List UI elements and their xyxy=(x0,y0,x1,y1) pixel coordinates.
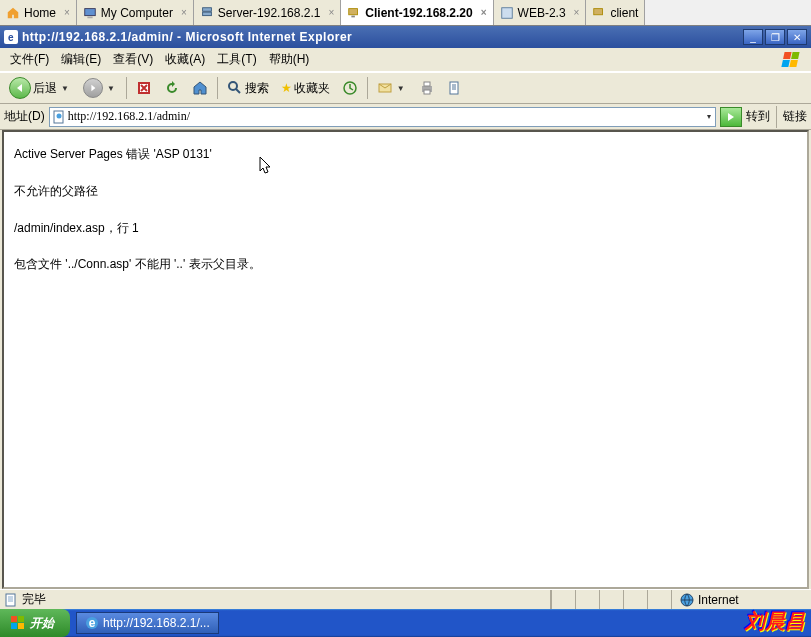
back-button[interactable]: 后退 ▼ xyxy=(4,76,76,100)
separator xyxy=(217,77,218,99)
menu-file[interactable]: 文件(F) xyxy=(4,49,55,70)
svg-rect-27 xyxy=(18,623,24,629)
ws-tab-label: My Computer xyxy=(101,6,173,20)
window-titlebar: e http://192.168.2.1/admin/ - Microsoft … xyxy=(0,26,811,48)
ws-tab-label: WEB-2.3 xyxy=(518,6,566,20)
close-icon[interactable]: × xyxy=(574,7,580,18)
ws-tab-client[interactable]: Client-192.168.2.20 × xyxy=(341,0,493,25)
ws-tab-label: Server-192.168.2.1 xyxy=(218,6,321,20)
svg-point-13 xyxy=(229,82,237,90)
ws-tab-label: Home xyxy=(24,6,56,20)
close-icon[interactable]: × xyxy=(328,7,334,18)
svg-rect-11 xyxy=(789,60,797,67)
svg-rect-0 xyxy=(85,8,96,15)
stop-button[interactable] xyxy=(131,76,157,100)
menu-tools[interactable]: 工具(T) xyxy=(211,49,262,70)
forward-button[interactable]: ▼ xyxy=(78,76,122,100)
search-icon xyxy=(227,80,243,96)
page-content: Active Server Pages 错误 'ASP 0131' 不允许的父路… xyxy=(2,130,809,589)
search-button[interactable]: 搜索 xyxy=(222,76,274,100)
separator xyxy=(126,77,127,99)
back-icon xyxy=(9,77,31,99)
client-icon xyxy=(347,6,361,20)
ws-tab-server[interactable]: Server-192.168.2.1 × xyxy=(194,0,342,25)
home-button[interactable] xyxy=(187,76,213,100)
status-cell xyxy=(647,590,671,609)
chevron-down-icon[interactable]: ▼ xyxy=(105,84,117,93)
chevron-down-icon[interactable]: ▼ xyxy=(59,84,71,93)
ie-icon: e xyxy=(85,616,99,630)
edit-button[interactable] xyxy=(442,76,468,100)
svg-point-21 xyxy=(56,113,61,118)
go-label: 转到 xyxy=(746,108,770,125)
svg-rect-10 xyxy=(781,60,789,67)
history-button[interactable] xyxy=(337,76,363,100)
favorites-button[interactable]: ★ 收藏夹 xyxy=(276,76,335,100)
address-input[interactable] xyxy=(68,109,705,125)
svg-rect-26 xyxy=(11,623,17,629)
svg-rect-2 xyxy=(202,7,211,11)
start-button[interactable]: 开始 xyxy=(0,609,70,637)
svg-rect-4 xyxy=(349,8,358,14)
svg-rect-6 xyxy=(501,7,512,18)
svg-rect-18 xyxy=(424,90,430,94)
close-icon[interactable]: × xyxy=(64,7,70,18)
statusbar: 完毕 Internet xyxy=(0,589,811,609)
taskbar-item[interactable]: e http://192.168.2.1/... xyxy=(76,612,219,634)
ws-tab-label: client xyxy=(610,6,638,20)
address-input-wrap[interactable]: ▾ xyxy=(49,107,716,127)
svg-rect-8 xyxy=(783,52,791,59)
client-icon xyxy=(592,6,606,20)
error-title: Active Server Pages 错误 'ASP 0131' xyxy=(14,146,797,163)
menu-favorites[interactable]: 收藏(A) xyxy=(159,49,211,70)
svg-rect-9 xyxy=(791,52,799,59)
status-cell xyxy=(623,590,647,609)
page-icon xyxy=(4,593,18,607)
server-icon xyxy=(200,6,214,20)
close-icon[interactable]: × xyxy=(481,7,487,18)
menu-help[interactable]: 帮助(H) xyxy=(263,49,316,70)
mail-button[interactable]: ▼ xyxy=(372,76,412,100)
refresh-button[interactable] xyxy=(159,76,185,100)
chevron-down-icon[interactable]: ▾ xyxy=(705,112,713,121)
ws-tab-home[interactable]: Home × xyxy=(0,0,77,25)
close-button[interactable]: ✕ xyxy=(787,29,807,45)
ws-tab-client2[interactable]: client xyxy=(586,0,645,25)
menu-edit[interactable]: 编辑(E) xyxy=(55,49,107,70)
computer-icon xyxy=(83,6,97,20)
menu-view[interactable]: 查看(V) xyxy=(107,49,159,70)
window-title: http://192.168.2.1/admin/ - Microsoft In… xyxy=(22,30,352,44)
links-label[interactable]: 链接 xyxy=(783,108,807,125)
print-button[interactable] xyxy=(414,76,440,100)
go-button[interactable] xyxy=(720,107,742,127)
status-text: 完毕 xyxy=(22,591,46,608)
maximize-button[interactable]: ❐ xyxy=(765,29,785,45)
error-detail: 包含文件 '../Conn.asp' 不能用 '..' 表示父目录。 xyxy=(14,256,797,273)
windows-logo-icon xyxy=(777,48,809,72)
minimize-button[interactable]: _ xyxy=(743,29,763,45)
star-icon: ★ xyxy=(281,81,292,95)
workspace-tabs: Home × My Computer × Server-192.168.2.1 … xyxy=(0,0,811,26)
ie-icon: e xyxy=(4,30,18,44)
separator xyxy=(776,106,777,128)
web-icon xyxy=(500,6,514,20)
address-bar: 地址(D) ▾ 转到 链接 xyxy=(0,104,811,130)
page-icon xyxy=(52,110,66,124)
svg-rect-1 xyxy=(87,16,92,18)
svg-rect-19 xyxy=(450,82,458,94)
error-location: /admin/index.asp，行 1 xyxy=(14,220,797,237)
svg-rect-7 xyxy=(594,8,603,14)
error-desc: 不允许的父路径 xyxy=(14,183,797,200)
taskbar: 开始 e http://192.168.2.1/... 刘晨昌 xyxy=(0,609,811,637)
globe-icon xyxy=(680,593,694,607)
chevron-down-icon[interactable]: ▼ xyxy=(395,84,407,93)
ws-tab-web[interactable]: WEB-2.3 × xyxy=(494,0,587,25)
menubar: 文件(F) 编辑(E) 查看(V) 收藏(A) 工具(T) 帮助(H) xyxy=(0,48,811,72)
close-icon[interactable]: × xyxy=(181,7,187,18)
status-cell xyxy=(575,590,599,609)
svg-text:e: e xyxy=(89,616,96,630)
ws-tab-mycomputer[interactable]: My Computer × xyxy=(77,0,194,25)
toolbar: 后退 ▼ ▼ 搜索 ★ 收藏夹 ▼ xyxy=(0,72,811,104)
svg-rect-25 xyxy=(18,616,24,622)
windows-logo-icon xyxy=(10,615,26,631)
